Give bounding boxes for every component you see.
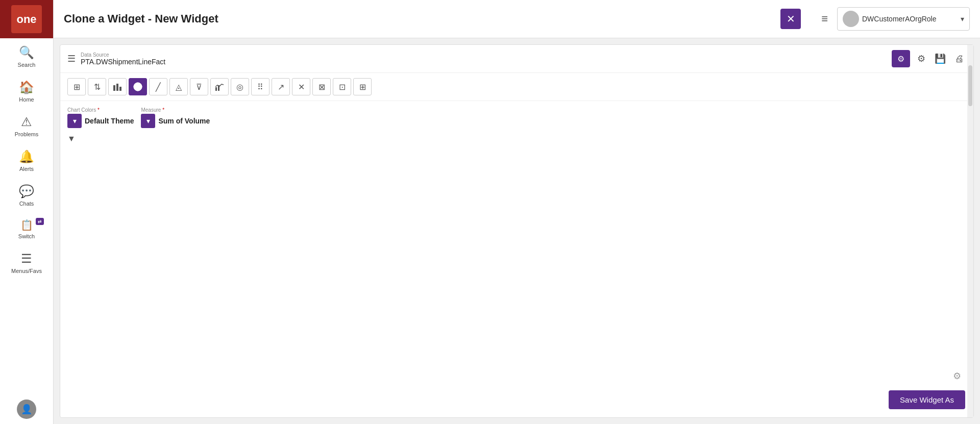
chart-type-area[interactable]: ◬ (169, 78, 188, 95)
chart-colors-dropdown-btn[interactable]: ▾ (67, 114, 82, 128)
measure-value: Sum of Volume (158, 117, 210, 125)
chats-icon: 💬 (19, 184, 34, 198)
content-area: ☰ Data Source PTA.DWShipmentLineFact ⚙ ⚙… (54, 38, 980, 424)
widget-panel: ☰ Data Source PTA.DWShipmentLineFact ⚙ ⚙… (60, 44, 974, 418)
filter-row: ▼ (60, 132, 973, 148)
svg-rect-2 (119, 87, 121, 91)
chart-type-table[interactable]: ⊞ (67, 78, 86, 95)
problems-icon: ⚠ (21, 115, 32, 129)
topbar: Clone a Widget - New Widget ✕ ≡ DWCustom… (54, 0, 980, 38)
sidebar: one 🔍 Search 🏠 Home ⚠ Problems 🔔 Alerts … (0, 0, 54, 424)
svg-rect-1 (116, 84, 118, 91)
chart-type-funnel[interactable]: ⊽ (190, 78, 208, 95)
svg-rect-0 (113, 85, 115, 91)
sidebar-item-profile[interactable]: 👤 (0, 392, 53, 424)
topbar-right: ≡ DWCustomerAOrgRole ▾ (817, 7, 970, 31)
sidebar-item-problems[interactable]: ⚠ Problems (0, 108, 53, 142)
panel-save-btn[interactable]: 💾 (933, 51, 948, 66)
filter-icon[interactable]: ▼ (67, 134, 76, 143)
save-widget-btn[interactable]: Save Widget As (889, 390, 965, 409)
close-button[interactable]: ✕ (780, 9, 801, 29)
measure-label: Measure * (141, 107, 210, 113)
sidebar-item-label: Home (19, 96, 34, 103)
data-source-label: Data Source (81, 52, 165, 58)
sidebar-item-label: Menus/Favs (11, 268, 42, 274)
save-btn-container: Save Widget As (889, 390, 965, 409)
filter-settings-btn[interactable]: ⚙ (892, 50, 910, 67)
list-icon: ☰ (67, 53, 76, 64)
app-logo: one (11, 5, 42, 33)
measure-control: Measure * ▾ Sum of Volume (141, 107, 210, 128)
scrollbar-thumb (968, 65, 972, 106)
data-source-info: Data Source PTA.DWShipmentLineFact (81, 52, 165, 66)
measure-dropdown: ▾ Sum of Volume (141, 114, 210, 128)
switch-badge: ⇄ (36, 218, 44, 225)
main-area: Clone a Widget - New Widget ✕ ≡ DWCustom… (54, 0, 980, 424)
svg-rect-5 (215, 87, 217, 91)
chart-type-x2[interactable]: ⊠ (312, 78, 331, 95)
chart-type-pie[interactable] (129, 78, 147, 95)
panel-header: ☰ Data Source PTA.DWShipmentLineFact ⚙ ⚙… (60, 45, 973, 73)
user-role-label: DWCustomerAOrgRole (862, 15, 958, 23)
sidebar-item-label: Alerts (19, 166, 34, 172)
bottom-settings-icon: ⚙ (953, 370, 961, 382)
data-source-value: PTA.DWShipmentLineFact (81, 58, 165, 66)
sidebar-item-label: Chats (19, 201, 34, 207)
panel-gear-btn[interactable]: ⚙ (915, 51, 927, 66)
chart-toolbar: ⊞ ⇅ ╱ ◬ ⊽ ◎ ⠿ ↗ ✕ ⊠ ⊡ ⊞ (60, 73, 973, 101)
chart-type-donut[interactable]: ◎ (231, 78, 249, 95)
topbar-menu-icon[interactable]: ≡ (817, 10, 832, 28)
chart-type-grid2[interactable]: ⊞ (353, 78, 372, 95)
chart-type-x3[interactable]: ⊡ (333, 78, 351, 95)
scrollbar-track[interactable] (967, 45, 973, 417)
panel-print-btn[interactable]: 🖨 (953, 52, 966, 66)
chart-type-combo[interactable] (210, 78, 229, 95)
panel-header-right: ⚙ ⚙ 💾 🖨 (892, 50, 966, 67)
chart-type-waterfall[interactable]: ↗ (272, 78, 290, 95)
dropdown-arrow-icon: ▾ (961, 15, 964, 23)
home-icon: 🏠 (19, 80, 34, 94)
controls-row: Chart Colors * ▾ Default Theme Measure * (60, 101, 973, 132)
sidebar-item-alerts[interactable]: 🔔 Alerts (0, 142, 53, 177)
sidebar-item-label: Switch (18, 233, 35, 239)
chart-type-bar[interactable] (108, 78, 127, 95)
sidebar-item-search[interactable]: 🔍 Search (0, 38, 53, 73)
search-icon: 🔍 (19, 45, 34, 60)
sidebar-item-home[interactable]: 🏠 Home (0, 73, 53, 108)
sidebar-item-menus[interactable]: ☰ Menus/Favs (0, 244, 53, 279)
chart-colors-value: Default Theme (85, 117, 134, 125)
user-avatar-sidebar: 👤 (17, 400, 36, 419)
alerts-icon: 🔔 (19, 149, 34, 164)
user-avatar (843, 11, 859, 27)
logo-area: one (0, 0, 53, 38)
sidebar-item-label: Problems (15, 131, 38, 137)
sidebar-item-chats[interactable]: 💬 Chats (0, 177, 53, 212)
user-role-dropdown[interactable]: DWCustomerAOrgRole ▾ (837, 7, 970, 31)
chart-colors-control: Chart Colors * ▾ Default Theme (67, 107, 134, 128)
menus-icon: ☰ (21, 252, 32, 266)
sidebar-item-switch[interactable]: ⇄ 📋 Switch (0, 212, 53, 244)
measure-dropdown-btn[interactable]: ▾ (141, 114, 155, 128)
chart-type-scatter[interactable]: ⠿ (251, 78, 270, 95)
chart-type-line[interactable]: ╱ (149, 78, 167, 95)
page-title: Clone a Widget - New Widget (64, 12, 774, 26)
chart-colors-dropdown: ▾ Default Theme (67, 114, 134, 128)
sidebar-item-label: Search (18, 62, 36, 68)
chart-type-x1[interactable]: ✕ (292, 78, 310, 95)
switch-icon: 📋 (20, 219, 33, 231)
chart-colors-label: Chart Colors * (67, 107, 134, 113)
chart-type-sort[interactable]: ⇅ (88, 78, 106, 95)
